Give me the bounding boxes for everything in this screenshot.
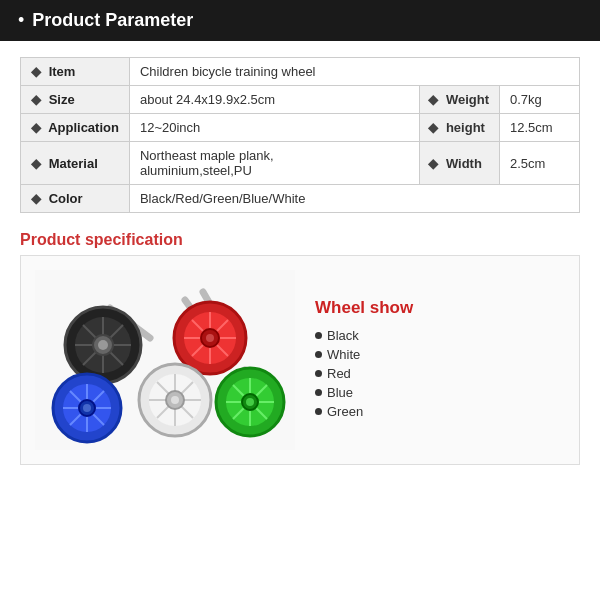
- parameter-table-section: ◆ Item Children bicycle training wheel ◆…: [0, 41, 600, 223]
- label-size: ◆ Size: [21, 86, 130, 114]
- value-application: 12~20inch: [129, 114, 419, 142]
- label-width: ◆ Width: [420, 142, 500, 185]
- diamond-icon: ◆: [428, 156, 438, 171]
- svg-point-50: [246, 398, 254, 406]
- bullet-dot: [315, 332, 322, 339]
- value-width: 2.5cm: [500, 142, 580, 185]
- spec-box: Wheel show Black White Red Blue: [20, 255, 580, 465]
- diamond-icon: ◆: [31, 92, 41, 107]
- diamond-icon: ◆: [31, 64, 41, 79]
- color-list: Black White Red Blue Green: [315, 328, 465, 419]
- table-row: ◆ Application 12~20inch ◆ height 12.5cm: [21, 114, 580, 142]
- bullet-dot: [315, 389, 322, 396]
- value-item: Children bicycle training wheel: [129, 58, 579, 86]
- table-row: ◆ Item Children bicycle training wheel: [21, 58, 580, 86]
- header-bar: • Product Parameter: [0, 0, 600, 41]
- label-height: ◆ height: [420, 114, 500, 142]
- parameter-table: ◆ Item Children bicycle training wheel ◆…: [20, 57, 580, 213]
- svg-point-34: [171, 396, 179, 404]
- bullet-dot: [315, 370, 322, 377]
- diamond-icon: ◆: [31, 191, 41, 206]
- diamond-icon: ◆: [428, 120, 438, 135]
- table-row: ◆ Color Black/Red/Green/Blue/White: [21, 185, 580, 213]
- svg-point-26: [206, 334, 214, 342]
- diamond-icon: ◆: [428, 92, 438, 107]
- wheels-illustration: [35, 270, 295, 450]
- label-item: ◆ Item: [21, 58, 130, 86]
- color-label: White: [327, 347, 360, 362]
- diamond-icon: ◆: [31, 120, 41, 135]
- list-item: White: [315, 347, 465, 362]
- list-item: Black: [315, 328, 465, 343]
- value-weight: 0.7kg: [500, 86, 580, 114]
- diamond-icon: ◆: [31, 156, 41, 171]
- color-label: Black: [327, 328, 359, 343]
- label-material: ◆ Material: [21, 142, 130, 185]
- label-weight: ◆ Weight: [420, 86, 500, 114]
- header-bullet-icon: •: [18, 10, 24, 31]
- color-label: Red: [327, 366, 351, 381]
- label-application: ◆ Application: [21, 114, 130, 142]
- spec-header: Product specification: [0, 223, 600, 255]
- svg-point-18: [98, 340, 108, 350]
- label-color: ◆ Color: [21, 185, 130, 213]
- table-row: ◆ Material Northeast maple plank, alumin…: [21, 142, 580, 185]
- header-title: Product Parameter: [32, 10, 193, 31]
- color-label: Blue: [327, 385, 353, 400]
- table-row: ◆ Size about 24.4x19.9x2.5cm ◆ Weight 0.…: [21, 86, 580, 114]
- value-color: Black/Red/Green/Blue/White: [129, 185, 579, 213]
- wheel-show-title: Wheel show: [315, 298, 465, 318]
- list-item: Blue: [315, 385, 465, 400]
- value-material: Northeast maple plank, aluminium,steel,P…: [129, 142, 419, 185]
- color-label: Green: [327, 404, 363, 419]
- value-height: 12.5cm: [500, 114, 580, 142]
- list-item: Green: [315, 404, 465, 419]
- svg-point-42: [83, 404, 91, 412]
- bullet-dot: [315, 351, 322, 358]
- list-item: Red: [315, 366, 465, 381]
- value-size: about 24.4x19.9x2.5cm: [129, 86, 419, 114]
- page: • Product Parameter ◆ Item Children bicy…: [0, 0, 600, 600]
- wheel-show-panel: Wheel show Black White Red Blue: [305, 298, 465, 423]
- spec-title: Product specification: [20, 231, 183, 248]
- bullet-dot: [315, 408, 322, 415]
